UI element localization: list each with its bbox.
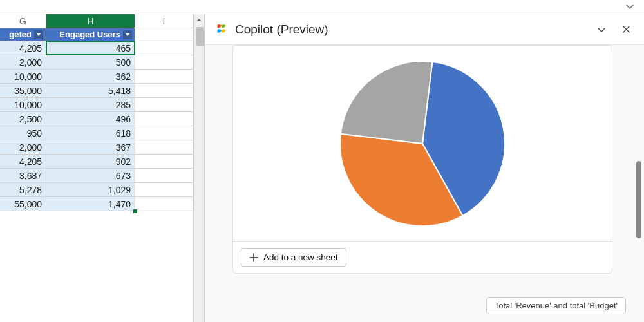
table-header-engaged-users-label: Engaged Users: [59, 30, 120, 39]
scroll-up-button[interactable]: [194, 14, 204, 26]
cell[interactable]: 10,000: [0, 70, 46, 84]
chart-card: Add to a new sheet: [232, 45, 612, 274]
table-row: 4,205465: [0, 41, 193, 55]
cell[interactable]: [135, 55, 193, 70]
pie-chart: [233, 46, 612, 242]
add-to-new-sheet-button[interactable]: Add to a new sheet: [241, 248, 346, 267]
cell[interactable]: [135, 112, 193, 126]
table-row: 2,000500: [0, 55, 193, 70]
table-row: 950618: [0, 126, 193, 140]
table-row: 2,500496: [0, 112, 193, 126]
table-header-engaged-users[interactable]: Engaged Users: [46, 28, 135, 41]
table-header-targeted-label: geted: [9, 30, 32, 39]
column-header-I[interactable]: I: [135, 14, 193, 28]
ribbon-collapse-chevron-icon[interactable]: [625, 1, 636, 13]
vertical-scrollbar[interactable]: [193, 14, 205, 322]
table-row: 35,0005,418: [0, 84, 193, 98]
table-row: 10,000285: [0, 98, 193, 112]
cell[interactable]: [135, 41, 193, 55]
cell[interactable]: [135, 140, 193, 155]
table-row: 2,000367: [0, 140, 193, 155]
cell[interactable]: [135, 70, 193, 84]
table-row: 55,0001,470: [0, 197, 193, 211]
cell[interactable]: 4,205: [0, 155, 46, 169]
cell[interactable]: [135, 197, 193, 211]
copilot-pane: Copilot (Preview) Add to a new sheet Tot…: [205, 14, 644, 322]
cell[interactable]: 1,470: [46, 197, 135, 211]
cell[interactable]: 4,205: [0, 41, 46, 55]
cell[interactable]: 496: [46, 112, 135, 126]
cell[interactable]: [135, 98, 193, 112]
filter-dropdown-icon[interactable]: [34, 30, 43, 39]
scrollbar-thumb[interactable]: [196, 27, 204, 46]
table-row: 3,687673: [0, 169, 193, 183]
cell[interactable]: 1,029: [46, 183, 135, 197]
copilot-scrollbar-thumb[interactable]: [636, 161, 641, 238]
cell[interactable]: [135, 183, 193, 197]
filter-dropdown-icon[interactable]: [123, 30, 132, 39]
collapse-button[interactable]: [592, 21, 611, 39]
table-row: 10,000362: [0, 70, 193, 84]
cell[interactable]: 465: [46, 41, 135, 55]
table-row: 5,2781,029: [0, 183, 193, 197]
cell[interactable]: 902: [46, 155, 135, 169]
cell[interactable]: 673: [46, 169, 135, 183]
column-header-G[interactable]: G: [0, 14, 46, 28]
suggestion-chip[interactable]: Total 'Revenue' and total 'Budget': [486, 297, 626, 314]
table-row: 4,205902: [0, 155, 193, 169]
copilot-logo-icon: [214, 23, 229, 37]
cell[interactable]: [135, 126, 193, 140]
cell[interactable]: 362: [46, 70, 135, 84]
cell[interactable]: 618: [46, 126, 135, 140]
plus-icon: [249, 253, 258, 262]
cell[interactable]: 55,000: [0, 197, 46, 211]
add-to-new-sheet-label: Add to a new sheet: [263, 252, 338, 262]
column-header-H[interactable]: H: [46, 14, 135, 28]
cell[interactable]: 2,000: [0, 55, 46, 70]
cell[interactable]: 500: [46, 55, 135, 70]
copilot-title: Copilot (Preview): [235, 23, 586, 37]
cell[interactable]: [135, 84, 193, 98]
cell[interactable]: 3,687: [0, 169, 46, 183]
cell[interactable]: [135, 155, 193, 169]
cell[interactable]: 5,278: [0, 183, 46, 197]
cell[interactable]: 10,000: [0, 98, 46, 112]
cell[interactable]: 285: [46, 98, 135, 112]
cell[interactable]: [135, 169, 193, 183]
pie-slice: [341, 61, 432, 144]
cell[interactable]: 5,418: [46, 84, 135, 98]
suggestion-text: Total 'Revenue' and total 'Budget': [495, 301, 618, 310]
cell[interactable]: 35,000: [0, 84, 46, 98]
spreadsheet-grid[interactable]: GHI getedEngaged Users 4,2054652,0005001…: [0, 14, 193, 322]
copilot-scrollbar[interactable]: [636, 58, 641, 296]
close-button[interactable]: [617, 21, 635, 39]
cell-blank[interactable]: [135, 28, 193, 41]
cell[interactable]: 367: [46, 140, 135, 155]
cell[interactable]: 2,500: [0, 112, 46, 126]
table-header-targeted[interactable]: geted: [0, 28, 46, 41]
cell[interactable]: 2,000: [0, 140, 46, 155]
cell[interactable]: 950: [0, 126, 46, 140]
